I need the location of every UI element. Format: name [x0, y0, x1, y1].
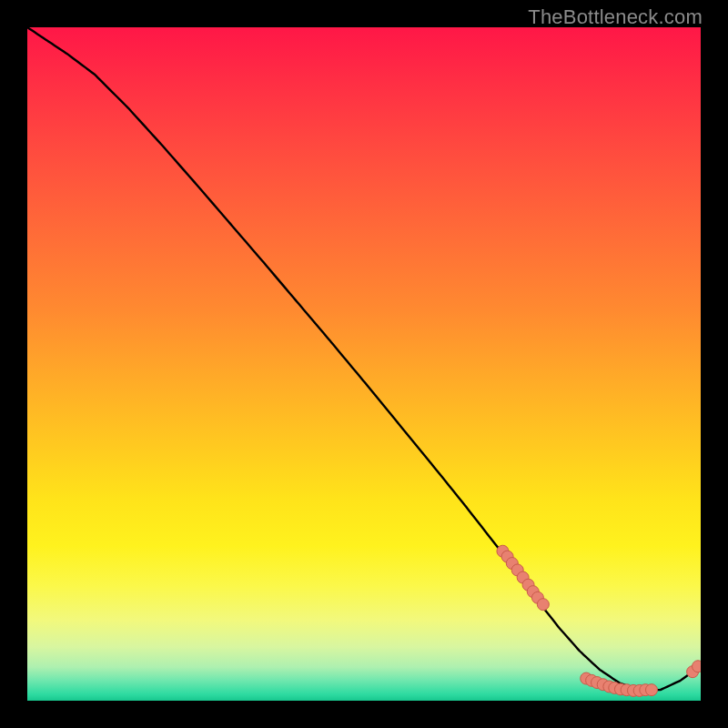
- data-markers: [497, 545, 701, 696]
- plot-area: [27, 27, 701, 701]
- data-marker: [693, 661, 701, 672]
- chart-stage: TheBottleneck.com: [0, 0, 728, 728]
- curve-layer: [27, 27, 701, 701]
- data-marker: [645, 684, 657, 696]
- watermark-label: TheBottleneck.com: [528, 5, 703, 29]
- bottleneck-curve: [27, 27, 701, 690]
- data-marker: [537, 599, 549, 611]
